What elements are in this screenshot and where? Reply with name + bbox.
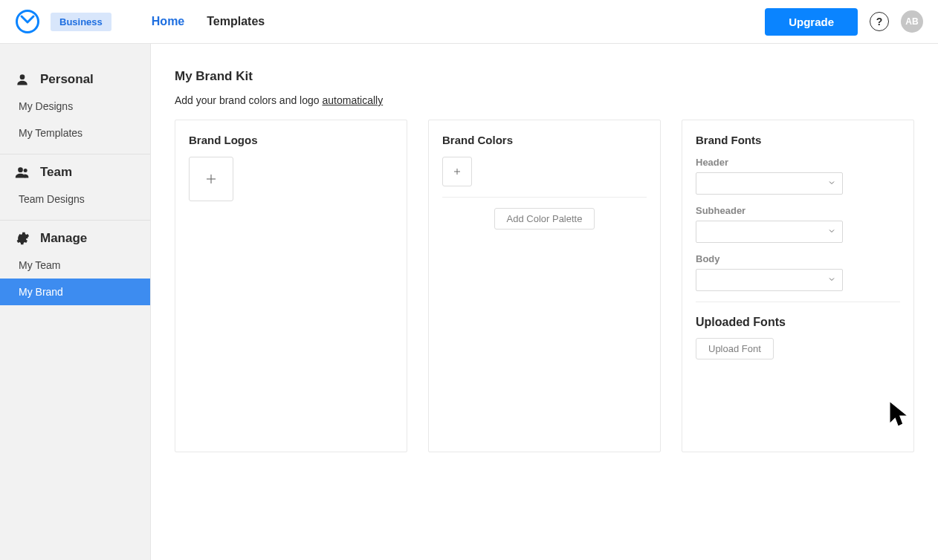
divider [696, 302, 900, 302]
svg-point-1 [20, 74, 25, 79]
person-icon [15, 72, 30, 87]
nav-templates[interactable]: Templates [207, 15, 265, 28]
user-avatar[interactable]: AB [901, 10, 923, 33]
palette-row: Add Color Palette [442, 208, 647, 229]
font-body-select[interactable] [696, 269, 843, 291]
sidebar-section-manage: Manage My Team My Brand [0, 221, 150, 313]
top-nav: Home Templates [152, 15, 265, 28]
subtitle-text: Add your brand colors and logo [175, 94, 322, 106]
chevron-down-icon [827, 178, 836, 189]
svg-point-2 [18, 167, 23, 172]
font-body-label: Body [696, 253, 900, 264]
cards-row: Brand Logos Brand Colors Add Color Palet… [175, 120, 914, 452]
sidebar-item-my-brand[interactable]: My Brand [0, 279, 150, 305]
help-icon[interactable]: ? [870, 12, 889, 31]
app-header: Business Home Templates Upgrade ? AB [0, 0, 938, 44]
main-content: My Brand Kit Add your brand colors and l… [151, 44, 938, 560]
font-header-select[interactable] [696, 172, 843, 195]
header-left: Business Home Templates [15, 9, 265, 34]
plus-icon [453, 167, 462, 176]
sidebar-section-personal: Personal My Designs My Templates [0, 62, 150, 154]
app-logo-icon[interactable] [15, 9, 40, 34]
brand-colors-card: Brand Colors Add Color Palette [428, 120, 661, 452]
header-right: Upgrade ? AB [765, 8, 923, 36]
font-header-label: Header [696, 157, 900, 168]
chevron-down-icon [827, 226, 836, 238]
sidebar-item-team-designs[interactable]: Team Designs [0, 186, 150, 212]
brand-logos-card: Brand Logos [175, 120, 407, 452]
sidebar: Personal My Designs My Templates Team Te… [0, 44, 151, 560]
sidebar-item-my-templates[interactable]: My Templates [0, 120, 150, 146]
subtitle-auto-link[interactable]: automatically [322, 94, 383, 106]
page-title: My Brand Kit [175, 69, 914, 84]
gear-icon [15, 231, 30, 246]
body-wrap: Personal My Designs My Templates Team Te… [0, 44, 938, 560]
font-subheader-label: Subheader [696, 205, 900, 216]
sidebar-heading-personal: Personal [0, 66, 150, 93]
sidebar-heading-team: Team [0, 159, 150, 186]
chevron-down-icon [827, 274, 836, 286]
team-icon [15, 165, 30, 180]
upload-font-button[interactable]: Upload Font [696, 338, 774, 359]
sidebar-heading-label: Manage [40, 231, 87, 246]
brand-colors-title: Brand Colors [442, 134, 647, 146]
add-logo-button[interactable] [189, 157, 233, 201]
sidebar-heading-label: Team [40, 165, 72, 180]
plus-icon [204, 172, 218, 186]
brand-fonts-card: Brand Fonts Header Subheader Body [682, 120, 914, 452]
add-color-palette-button[interactable]: Add Color Palette [494, 208, 595, 229]
sidebar-item-my-team[interactable]: My Team [0, 252, 150, 279]
sidebar-item-my-designs[interactable]: My Designs [0, 93, 150, 120]
page-subtitle: Add your brand colors and logo automatic… [175, 94, 914, 106]
font-subheader-select[interactable] [696, 221, 843, 243]
divider [442, 197, 647, 198]
plan-badge[interactable]: Business [51, 13, 111, 31]
brand-logos-title: Brand Logos [189, 134, 393, 146]
upgrade-button[interactable]: Upgrade [765, 8, 858, 36]
sidebar-heading-label: Personal [40, 72, 94, 87]
uploaded-fonts-title: Uploaded Fonts [696, 316, 900, 329]
sidebar-heading-manage: Manage [0, 225, 150, 252]
add-color-button[interactable] [442, 157, 472, 186]
sidebar-section-team: Team Team Designs [0, 154, 150, 221]
svg-point-3 [24, 169, 28, 172]
nav-home[interactable]: Home [152, 15, 184, 28]
brand-fonts-title: Brand Fonts [696, 134, 900, 146]
